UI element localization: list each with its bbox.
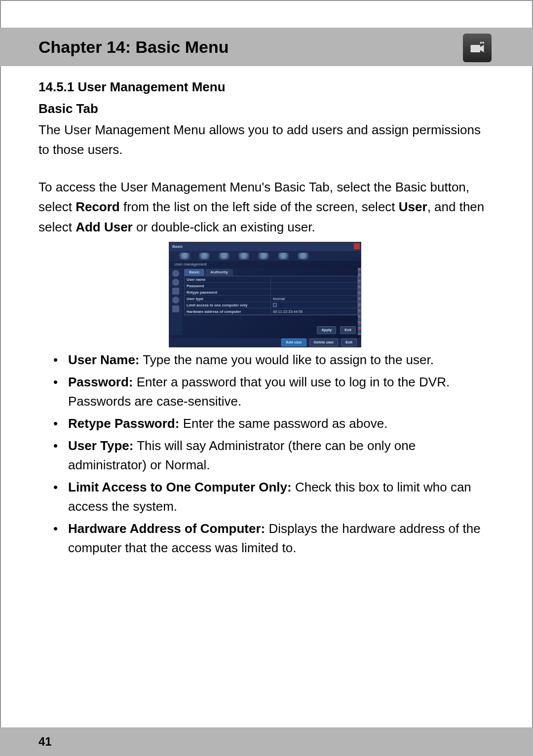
camera-icon [463, 34, 492, 62]
ss-main: Basic Authority User name Password Retyp… [182, 268, 361, 335]
bullet-label: Password: [68, 375, 133, 389]
sidebar-icon[interactable] [172, 305, 179, 312]
svg-rect-0 [471, 45, 481, 52]
access-text2: from the list on the left side of the sc… [120, 199, 399, 214]
page-footer: 41 [0, 727, 533, 756]
toolbar-icon[interactable] [238, 253, 249, 260]
add-user-button[interactable]: Add user [281, 339, 306, 346]
intro-paragraph: The User Management Menu allows you to a… [38, 120, 492, 160]
field-label: Password [185, 283, 271, 289]
bullet-label: Limit Access to One Computer Only: [68, 480, 292, 494]
list-item: Password: Enter a password that you will… [68, 373, 492, 411]
bullet-label: Retype Password: [68, 416, 179, 431]
chapter-header: Chapter 14: Basic Menu [0, 28, 533, 66]
svg-point-2 [482, 42, 484, 44]
sidebar-icon[interactable] [172, 288, 179, 295]
retype-password-input[interactable] [271, 289, 357, 295]
svg-point-1 [480, 42, 482, 44]
hardware-address-value: 00:11:22:33:44:55 [271, 308, 357, 314]
sidebar-icon[interactable] [172, 279, 179, 286]
toolbar-icon[interactable] [219, 253, 229, 260]
section-subheading: Basic Tab [38, 99, 492, 118]
list-item: Limit Access to One Computer Only: Check… [68, 478, 492, 516]
bullet-label: Hardware Address of Computer: [68, 521, 265, 536]
ss-window-title: Basic [172, 244, 183, 250]
list-item: User Name: Type the name you would like … [68, 350, 492, 370]
bullet-text: Enter the same password as above. [179, 416, 387, 431]
footer-exit-button[interactable]: Exit [341, 339, 357, 346]
field-label: Hardware address of computer [185, 308, 271, 314]
field-label: Retype password [185, 289, 271, 295]
list-item: User Type: This will say Administrator (… [68, 436, 492, 475]
close-icon[interactable] [354, 243, 360, 249]
access-text4: or double-click an existing user. [133, 220, 315, 234]
chapter-title: Chapter 14: Basic Menu [38, 38, 228, 57]
limit-access-checkbox[interactable] [271, 302, 357, 308]
bullet-text: Type the name you would like to assign t… [140, 352, 434, 367]
toolbar-icon[interactable] [199, 253, 210, 260]
bullet-label: User Type: [68, 438, 133, 453]
tab-basic[interactable]: Basic [184, 269, 204, 276]
sidebar-icon[interactable] [172, 297, 179, 303]
access-user: User [399, 199, 427, 214]
field-description-list: User Name: Type the name you would like … [38, 350, 492, 558]
embedded-screenshot-wrap: Basic User management [38, 242, 492, 347]
sidebar-icon[interactable] [172, 270, 179, 277]
exit-button[interactable]: Exit [340, 326, 356, 334]
apply-button[interactable]: Apply [317, 326, 336, 334]
access-paragraph: To access the User Management Menu's Bas… [38, 177, 492, 237]
list-item: Retype Password: Enter the same password… [68, 414, 492, 433]
list-item: Hardware Address of Computer: Displays t… [68, 519, 492, 558]
access-record: Record [76, 199, 120, 214]
toolbar-icon[interactable] [278, 253, 289, 260]
access-add-user: Add User [76, 220, 133, 234]
delete-user-button[interactable]: Delete user [309, 339, 338, 346]
user-type-select[interactable]: Normal [271, 296, 357, 302]
field-label: User type [185, 296, 271, 302]
section-number-title: 14.5.1 User Management Menu [38, 77, 492, 97]
toolbar-icon[interactable] [179, 253, 190, 260]
ss-topbar: Basic [169, 242, 361, 251]
page-number: 41 [38, 735, 52, 749]
bullet-label: User Name: [68, 352, 140, 367]
ss-toolbar [169, 251, 361, 261]
toolbar-icon[interactable] [258, 253, 269, 260]
page-content: 14.5.1 User Management Menu Basic Tab Th… [38, 77, 492, 561]
field-label: User name [185, 276, 271, 282]
ss-footer: Add user Delete user Exit [169, 338, 361, 347]
username-input[interactable] [271, 276, 357, 282]
field-label: Limit access to one computer only [185, 302, 271, 308]
password-input[interactable] [271, 283, 357, 289]
ss-right-stripe [358, 268, 361, 335]
ss-sidebar [169, 268, 182, 335]
tab-authority[interactable]: Authority [205, 269, 233, 276]
ss-form-table: User name Password Retype password User … [184, 276, 358, 315]
embedded-screenshot: Basic User management [169, 242, 361, 347]
toolbar-icon[interactable] [298, 253, 308, 260]
breadcrumb: User management [169, 261, 361, 268]
